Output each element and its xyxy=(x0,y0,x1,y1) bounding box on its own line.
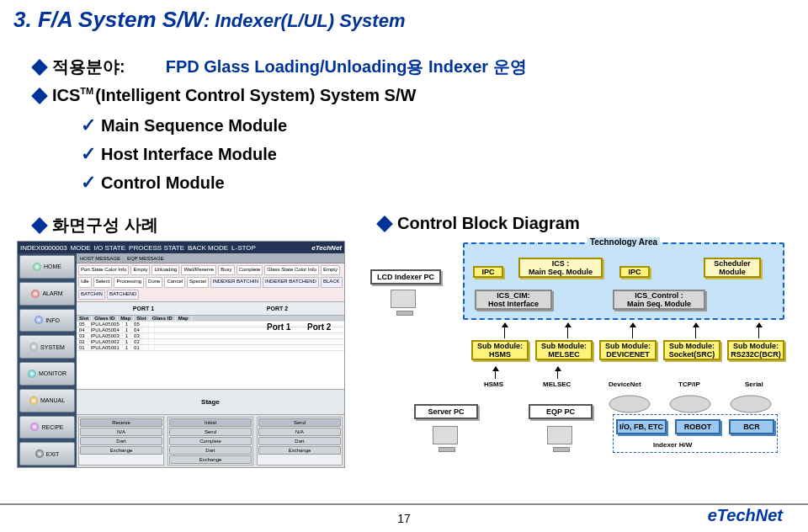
shot-hdr-4: BACK MODE xyxy=(188,244,228,252)
foot-button[interactable]: Complete xyxy=(169,437,252,445)
foot-button[interactable]: Dart xyxy=(258,437,341,445)
pc-icon xyxy=(433,426,458,444)
indexer-hw-group xyxy=(613,414,778,453)
tech-area-label: Technology Area xyxy=(587,237,660,247)
side-lbl-4: MONITOR xyxy=(39,370,66,376)
box-lcd-pc: LCD Indexer PC xyxy=(370,269,441,285)
diagram-label: Control Block Diagram xyxy=(397,214,580,233)
box-ics-cim: ICS_CIM: Host Interface xyxy=(475,290,552,310)
panel-cell: INDEXER BATCHIN xyxy=(210,277,261,287)
panel-cell: Busy xyxy=(218,265,234,275)
foot-button[interactable]: Exchange xyxy=(80,446,162,455)
panel-cell: Done xyxy=(146,277,162,287)
dot-icon xyxy=(30,423,39,431)
side-lbl-1: ALARM xyxy=(42,290,62,296)
app-field-desc: FPD Glass Loading/Unloading용 Indexer 운영 xyxy=(166,56,527,78)
panel-cell: Wait/Reserve xyxy=(181,265,216,275)
footer-logo: eTechNet xyxy=(708,506,783,525)
box-scheduler: Scheduler Module xyxy=(704,258,761,278)
box-ics-control: ICS_Control : Main Seq. Module xyxy=(613,290,705,310)
fbox-1: InitialSendCompleteDartExchange xyxy=(167,417,253,466)
diamond-icon xyxy=(31,88,48,104)
shot-panel: Port State Color InfoEmptyUnloadingWait/… xyxy=(77,263,344,302)
foot-button[interactable]: N/A xyxy=(80,428,162,436)
side-lbl-3: SYSTEM xyxy=(40,344,65,350)
app-field-label: 적용분야: xyxy=(52,56,125,78)
footer-divider xyxy=(0,503,808,505)
ics-line: ICSTM(Intelligent Control System) System… xyxy=(52,86,416,105)
dot-icon xyxy=(35,316,43,324)
arrow-icon xyxy=(758,323,759,338)
panel-cell: Unloading xyxy=(152,265,179,275)
shot-grid: SlotGlass IDMapSlotGlass IDMap05IPULA050… xyxy=(77,316,344,390)
side-lbl-5: MANUAL xyxy=(40,397,65,403)
stage-label: Stage xyxy=(201,398,220,406)
page-title: 3. F/A System S/W: Indexer(L/UL) System xyxy=(13,7,405,33)
side-lbl-0: HOME xyxy=(44,263,61,269)
foot-button[interactable]: Exchange xyxy=(169,455,252,464)
dot-icon xyxy=(33,263,41,271)
side-exit[interactable]: EXIT xyxy=(19,442,75,466)
bullet-screen: 화면구성 사례 xyxy=(34,214,158,237)
arrow-icon xyxy=(695,323,696,338)
foot-button[interactable]: Dart xyxy=(80,437,162,445)
panel-cell: Port State Color Info xyxy=(78,265,129,275)
side-info[interactable]: INFO xyxy=(19,309,75,332)
proto-serial: Serial xyxy=(745,380,763,388)
panel-cell: Empty xyxy=(321,265,340,275)
side-manual[interactable]: MANUAL xyxy=(19,389,75,412)
ics-name: ICS xyxy=(52,86,80,104)
check-host-if: ✓ Host Interface Module xyxy=(81,143,277,165)
shot-main: HOST MESSAGE EQP MESSAGE Port State Colo… xyxy=(77,253,344,467)
side-monitor[interactable]: MONITOR xyxy=(19,362,75,386)
panel-cell: Processing xyxy=(114,277,144,287)
check-text-2: Control Module xyxy=(101,173,225,193)
diamond-icon xyxy=(31,217,48,234)
dot-icon xyxy=(29,343,38,351)
shot-body: HOME ALARM INFO SYSTEM MONITOR MANUAL RE… xyxy=(18,253,344,467)
page-number: 17 xyxy=(397,512,411,525)
side-alarm[interactable]: ALARM xyxy=(19,282,75,306)
foot-button[interactable]: N/A xyxy=(258,428,341,436)
screenshot-thumbnail: INDEX0000003 MODE I/O STATE PROCESS STAT… xyxy=(17,241,345,468)
shot-logo: eTechNet xyxy=(311,244,342,252)
arrow-icon xyxy=(632,323,633,338)
screen-label: 화면구성 사례 xyxy=(52,214,158,237)
side-recipe[interactable]: RECIPE xyxy=(19,416,75,439)
foot-button[interactable]: Exchange xyxy=(258,446,341,455)
check-icon: ✓ xyxy=(81,143,96,165)
foot-button[interactable]: Dart xyxy=(169,446,252,455)
arrow-icon xyxy=(567,323,568,338)
shot-hdr-0: INDEX0000003 xyxy=(20,244,67,252)
check-text-0: Main Sequence Module xyxy=(101,116,287,136)
check-icon: ✓ xyxy=(81,114,96,136)
panel-cell: Select xyxy=(93,277,113,287)
shot-stage: Stage xyxy=(77,390,344,415)
side-system[interactable]: SYSTEM xyxy=(19,335,75,359)
dot-icon xyxy=(29,396,38,405)
ics-super: TM xyxy=(80,86,93,96)
side-home[interactable]: HOME xyxy=(19,255,75,279)
proto-hsms: HSMS xyxy=(484,380,503,388)
port2-tag: Port 2 xyxy=(307,322,331,332)
sub-module-box: Sub Module:RS232C(BCR) xyxy=(727,340,784,360)
panel-cell: BLACK xyxy=(321,277,343,287)
proto-tcpip: TCP/IP xyxy=(678,380,700,388)
foot-button[interactable]: Send xyxy=(169,428,252,436)
fbox-2: SendN/ADartExchange xyxy=(257,417,343,466)
svg-point-2 xyxy=(731,396,771,412)
panel-cell: Glass State Color Info xyxy=(264,265,319,275)
fbox-0: ReceiveN/ADartExchange xyxy=(78,417,164,466)
shot-hdr-5: L-STOP xyxy=(231,244,256,252)
shot-hdr-1: MODE xyxy=(71,244,91,252)
title-main: 3. F/A System S/W xyxy=(13,7,204,32)
shot-hdr-3: PROCESS STATE xyxy=(129,244,184,252)
port1-tag: Port 1 xyxy=(267,322,290,332)
sub-module-box: Sub Module:HSMS xyxy=(471,340,529,360)
check-main-seq: ✓ Main Sequence Module xyxy=(81,114,287,136)
port1-label: PORT 1 xyxy=(133,306,154,311)
footer-text: eTechNet xyxy=(708,506,783,524)
panel-cell: BATCHIN xyxy=(78,290,105,300)
panel-cell: BATCHEND xyxy=(107,290,140,300)
box-ipc-1: IPC xyxy=(473,266,503,278)
